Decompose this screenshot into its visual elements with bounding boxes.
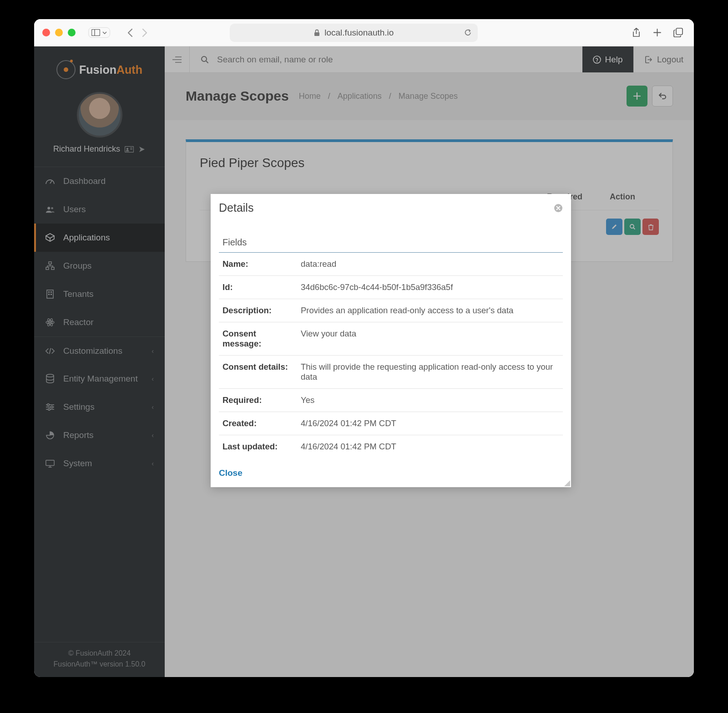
window-maximize[interactable] [68,29,76,36]
field-row-required: Required: Yes [219,389,563,412]
field-row-last-updated: Last updated: 4/16/2024 01:42 PM CDT [219,435,563,458]
close-icon [554,204,563,213]
browser-back[interactable] [123,25,137,40]
window-minimize[interactable] [55,29,63,36]
field-row-created: Created: 4/16/2024 01:42 PM CDT [219,412,563,435]
browser-sidebar-btn[interactable] [88,27,110,38]
details-modal: Details Fields Name: data:read Id: 34d6b… [211,194,571,487]
field-row-consent-message: Consent message: View your data [219,322,563,356]
lock-icon [314,29,320,36]
svg-rect-0 [92,30,100,36]
svg-rect-3 [676,28,682,35]
resize-handle[interactable] [564,480,570,486]
modal-title: Details [219,201,253,214]
field-row-name: Name: data:read [219,253,563,276]
browser-forward[interactable] [137,25,152,40]
svg-rect-2 [314,32,319,36]
window-traffic-lights[interactable] [42,29,76,36]
field-row-description: Description: Provides an application rea… [219,299,563,322]
modal-close-x[interactable] [554,204,563,213]
browser-share[interactable] [629,25,644,40]
browser-newtab[interactable] [650,25,665,40]
browser-url-bar[interactable]: local.fusionauth.io [230,24,478,42]
field-row-id: Id: 34d6bc6c-97cb-4c44-b50f-1b5a9f336a5f [219,276,563,299]
browser-url: local.fusionauth.io [324,28,394,38]
fields-heading: Fields [219,237,563,252]
window-close[interactable] [42,29,50,36]
field-row-consent-details: Consent details: This will provide the r… [219,356,563,389]
modal-close-link[interactable]: Close [219,468,243,478]
browser-reload[interactable] [464,28,472,37]
browser-tabs[interactable] [671,25,686,40]
